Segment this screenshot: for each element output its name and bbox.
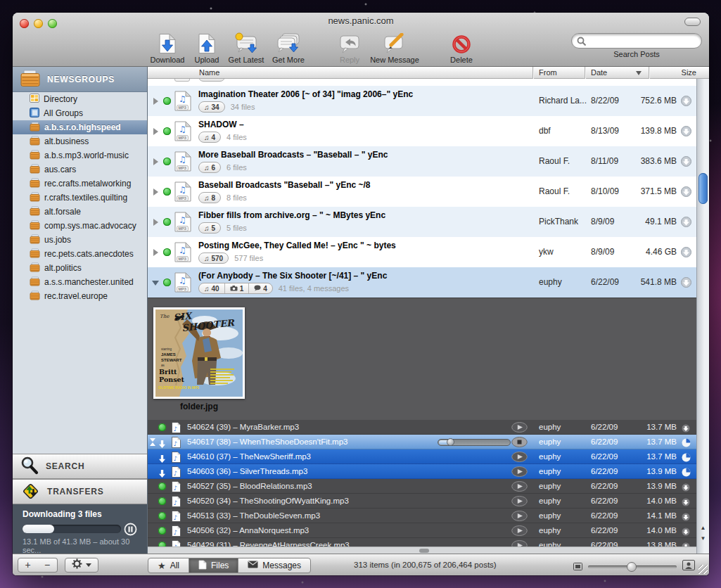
upload-button[interactable]: Upload — [187, 32, 226, 65]
post-row[interactable]: ♫MP3 Posting McGee, They Called Me! – yE… — [148, 237, 696, 267]
search-posts-group: Search Posts — [571, 33, 702, 58]
sidebar-item[interactable]: alt.politics — [13, 261, 147, 275]
file-row[interactable]: ♪ 540610 (37) – TheNewSheriff.mp3 euphy … — [148, 449, 696, 464]
downloading-hourglass-icon — [150, 438, 156, 446]
vertical-scrollbar[interactable]: ▲▼ — [696, 79, 709, 554]
disclosure-triangle-icon[interactable] — [153, 219, 158, 226]
zoom-slider-thumb[interactable] — [627, 562, 637, 572]
filter-messages-segment[interactable]: Messages — [238, 558, 310, 573]
svg-text:♪: ♪ — [174, 426, 178, 433]
download-post-button[interactable] — [681, 247, 691, 260]
post-row[interactable]: ♫MP3 Fibber fills from archive.org – " ~… — [148, 207, 696, 237]
sidebar-item[interactable]: All Groups — [13, 106, 147, 120]
file-row[interactable]: ♪ 540617 (38) – WhenTheShoeDoesn'tFit.mp… — [148, 435, 696, 449]
post-row[interactable]: ♫MP3 SHADOW – ♫ 4 4 files dbf 8/13/09 13… — [148, 116, 696, 146]
sidebar-item[interactable]: rec.travel.europe — [13, 289, 147, 303]
toolbar-toggle-button[interactable] — [684, 18, 701, 26]
disclosure-triangle-icon[interactable] — [153, 128, 158, 135]
sidebar-item[interactable]: a.b.s.r.o.highspeed — [13, 120, 147, 134]
filter-all-segment[interactable]: ★ All — [148, 558, 189, 573]
horizontal-scrollbar[interactable] — [148, 547, 696, 554]
minimize-window-button[interactable] — [34, 19, 43, 28]
playback-slider-thumb[interactable] — [447, 438, 454, 446]
disclosure-triangle-icon[interactable] — [153, 98, 158, 105]
filter-files-segment[interactable]: Files — [189, 558, 238, 573]
post-row[interactable]: ♫MP3 (For Anybody – The Six Shooter [~/4… — [148, 267, 696, 298]
transfers-section-header[interactable]: TRANSFERS — [13, 479, 147, 504]
column-header-date[interactable]: Date — [591, 68, 607, 77]
add-group-button[interactable]: + — [18, 558, 38, 573]
play-button[interactable] — [511, 496, 528, 509]
svg-text:Britt: Britt — [159, 368, 177, 376]
scrollbar-arrows[interactable]: ▲▼ — [697, 523, 709, 545]
newsgroups-section-header[interactable]: NEWSGROUPS — [13, 67, 147, 92]
vertical-scrollbar-thumb[interactable] — [698, 173, 708, 204]
sidebar-item[interactable]: a.b.s.mp3.world-music — [13, 148, 147, 162]
column-header-name[interactable]: Name — [199, 68, 219, 77]
play-button[interactable] — [511, 466, 528, 480]
mp3-document-icon: ♫MP3 — [174, 151, 191, 174]
get-latest-button[interactable]: Get Latest — [222, 32, 271, 65]
zoom-window-button[interactable] — [48, 19, 57, 28]
file-row[interactable]: ♪ 540520 (34) – TheShootingOfWyattKing.m… — [148, 494, 696, 509]
sidebar-item[interactable]: comp.sys.mac.advocacy — [13, 219, 147, 233]
folder-jpg-thumbnail[interactable]: The SIX SHOOTER starring JAMES STEWART a… — [153, 307, 245, 399]
download-post-button[interactable] — [681, 186, 691, 200]
post-from: Raoul F. — [539, 156, 570, 166]
close-window-button[interactable] — [20, 19, 29, 28]
download-button[interactable]: Download — [144, 32, 191, 65]
sidebar-item[interactable]: alt.forsale — [13, 205, 147, 219]
desktop-background: news.panic.com Download Upload Get Lates… — [0, 0, 721, 588]
search-input[interactable] — [590, 35, 696, 46]
sidebar-item[interactable]: r.crafts.textiles.quilting — [13, 191, 147, 205]
download-post-button[interactable] — [681, 126, 691, 139]
disclosure-triangle-icon[interactable] — [153, 249, 158, 256]
play-button[interactable] — [511, 452, 528, 465]
file-row[interactable]: ♪ 540603 (36) – SilverThreads.mp3 euphy … — [148, 464, 696, 479]
stop-button[interactable] — [511, 437, 528, 450]
remove-group-button[interactable]: − — [37, 558, 58, 573]
thumbnail-zoom-control — [573, 560, 695, 573]
download-post-button[interactable] — [681, 217, 691, 230]
sidebar-item[interactable]: rec.crafts.metalworking — [13, 177, 147, 191]
column-header-size[interactable]: Size — [682, 68, 696, 77]
disclosure-triangle-icon[interactable] — [153, 158, 158, 165]
sidebar-item[interactable]: a.s.s.manchester.united — [13, 275, 147, 289]
column-header-from[interactable]: From — [539, 68, 557, 77]
sidebar-item[interactable]: us.jobs — [13, 233, 147, 247]
disclosure-triangle-icon[interactable] — [153, 188, 158, 196]
post-row[interactable]: ♫MP3 Baseball Broadcasts "Baseball –" yE… — [148, 177, 696, 207]
file-row[interactable]: ♪ 540506 (32) – AnnaNorquest.mp3 euphy 6… — [148, 523, 696, 538]
sidebar-item[interactable]: Directory — [13, 92, 147, 106]
post-row[interactable]: ♫MP3 Imagination Theater 2006 [~ of 34] … — [148, 86, 696, 116]
action-menu-button[interactable] — [65, 558, 98, 573]
play-button[interactable] — [511, 481, 528, 494]
download-post-button[interactable] — [681, 277, 691, 290]
app-window: news.panic.com Download Upload Get Lates… — [13, 13, 709, 575]
play-button[interactable] — [511, 511, 528, 524]
file-row[interactable]: ♪ 540513 (33) – TheDoubleSeven.mp3 euphy… — [148, 509, 696, 523]
delete-button[interactable]: Delete — [440, 32, 483, 65]
sidebar-item[interactable]: rec.pets.cats.anecdotes — [13, 247, 147, 261]
new-message-button[interactable]: New Message — [362, 32, 428, 65]
play-button[interactable] — [511, 525, 528, 539]
window-resize-grip[interactable] — [698, 565, 708, 574]
sidebar-item[interactable]: alt.business — [13, 134, 147, 148]
post-from: PickThank — [539, 217, 578, 226]
search-section-header[interactable]: SEARCH — [13, 454, 147, 479]
file-row[interactable]: ♪ 540527 (35) – BloodRelations.mp3 euphy… — [148, 479, 696, 494]
sidebar-item[interactable]: aus.cars — [13, 162, 147, 177]
playback-progress-slider[interactable] — [438, 439, 511, 446]
pause-transfers-button[interactable] — [124, 523, 137, 539]
search-field[interactable] — [571, 33, 702, 49]
post-title: SHADOW – — [198, 120, 244, 129]
get-more-button[interactable]: Get More — [265, 32, 312, 65]
file-row[interactable]: ♪ 540624 (39) – MyraBarker.mp3 euphy 6/2… — [148, 420, 696, 435]
post-row[interactable]: ♫MP3 More Baseball Broadcasts – "Basebal… — [148, 146, 696, 177]
zoom-slider[interactable] — [588, 565, 677, 568]
play-button[interactable] — [511, 422, 528, 435]
horizontal-scrollbar-thumb[interactable] — [419, 549, 429, 553]
disclosure-triangle-icon[interactable] — [152, 281, 159, 286]
download-post-button[interactable] — [681, 156, 691, 170]
download-post-button[interactable] — [681, 96, 691, 109]
